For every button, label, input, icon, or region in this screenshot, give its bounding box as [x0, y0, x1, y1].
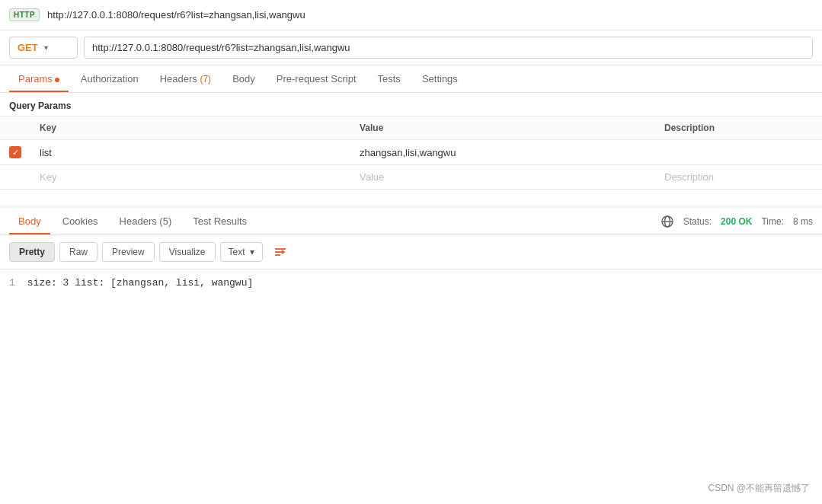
- empty-checkbox-cell: [0, 165, 30, 190]
- row-checkbox-cell[interactable]: ✓: [0, 140, 30, 165]
- request-tabs: Params Authorization Headers (7) Body Pr…: [0, 65, 822, 93]
- table-row-empty: Key Value Description: [0, 165, 822, 190]
- globe-icon: [660, 215, 674, 228]
- response-tab-cookies[interactable]: Cookies: [53, 208, 107, 234]
- format-visualize-button[interactable]: Visualize: [159, 242, 216, 262]
- empty-key[interactable]: Key: [30, 165, 350, 190]
- response-body: 1 size: 3 list: [zhangsan, lisi, wangwu]: [0, 270, 822, 296]
- format-raw-button[interactable]: Raw: [59, 242, 98, 262]
- headers-badge: (7): [200, 74, 211, 85]
- response-status: Status: 200 OK Time: 8 ms: [660, 215, 813, 228]
- response-tab-headers[interactable]: Headers (5): [110, 208, 181, 234]
- wrap-lines-icon[interactable]: [267, 241, 293, 263]
- line-number: 1: [9, 277, 15, 289]
- request-bar: GET ▾: [0, 30, 822, 65]
- col-value: Value: [350, 116, 655, 140]
- text-format-dropdown[interactable]: Text ▾: [220, 242, 263, 262]
- params-table: Key Value Description ✓ list zhangsan,li…: [0, 116, 822, 190]
- checkbox-checked[interactable]: ✓: [9, 146, 21, 158]
- response-content: size: 3 list: [zhangsan, lisi, wangwu]: [27, 277, 253, 289]
- tab-tests[interactable]: Tests: [369, 65, 410, 92]
- response-line: 1 size: 3 list: [zhangsan, lisi, wangwu]: [9, 276, 813, 290]
- empty-description[interactable]: Description: [655, 165, 822, 190]
- tab-prerequest[interactable]: Pre-request Script: [267, 65, 366, 92]
- tab-authorization[interactable]: Authorization: [72, 65, 148, 92]
- format-bar: Pretty Raw Preview Visualize Text ▾: [0, 235, 822, 270]
- query-params-title: Query Params: [0, 93, 822, 116]
- text-dropdown-label: Text: [229, 247, 245, 257]
- url-input[interactable]: [84, 37, 813, 59]
- chevron-down-icon: ▾: [44, 43, 48, 52]
- format-preview-button[interactable]: Preview: [102, 242, 155, 262]
- row-value[interactable]: zhangsan,lisi,wangwu: [350, 140, 655, 165]
- title-url: http://127.0.0.1:8080/request/r6?list=zh…: [47, 9, 305, 21]
- row-description[interactable]: [655, 140, 822, 165]
- tab-headers[interactable]: Headers (7): [151, 65, 220, 92]
- col-description: Description: [655, 116, 822, 140]
- method-label: GET: [18, 42, 38, 53]
- response-tabs: Body Cookies Headers (5) Test Results St…: [0, 208, 822, 235]
- status-label: Status:: [683, 216, 712, 227]
- footer-credit: CSDN @不能再留遗憾了: [708, 482, 810, 495]
- time-value: 8 ms: [793, 216, 813, 227]
- title-bar: HTTP http://127.0.0.1:8080/request/r6?li…: [0, 0, 822, 30]
- tab-params[interactable]: Params: [9, 65, 69, 92]
- time-label: Time:: [761, 216, 784, 227]
- method-select[interactable]: GET ▾: [9, 37, 78, 59]
- status-value: 200 OK: [721, 216, 752, 227]
- tab-body[interactable]: Body: [223, 65, 264, 92]
- response-tab-testresults[interactable]: Test Results: [184, 208, 256, 234]
- response-tab-body[interactable]: Body: [9, 208, 50, 234]
- col-checkbox: [0, 116, 30, 140]
- empty-value[interactable]: Value: [350, 165, 655, 190]
- col-key: Key: [30, 116, 350, 140]
- http-badge: HTTP: [9, 8, 40, 21]
- format-pretty-button[interactable]: Pretty: [9, 242, 55, 262]
- tab-settings[interactable]: Settings: [413, 65, 467, 92]
- chevron-down-icon: ▾: [250, 247, 254, 257]
- params-dot: [55, 78, 59, 82]
- table-row: ✓ list zhangsan,lisi,wangwu: [0, 140, 822, 165]
- row-key[interactable]: list: [30, 140, 350, 165]
